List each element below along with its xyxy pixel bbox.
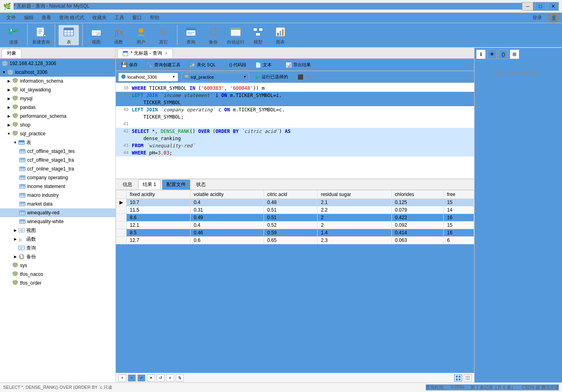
connect-button[interactable]: 连接 [3, 25, 24, 46]
database-selector[interactable]: sql_practice ▼ [181, 73, 249, 81]
sidebar-conn2[interactable]: ▼ localhost_3306 [0, 68, 115, 77]
table-winequality-red[interactable]: winequality-red [0, 208, 115, 217]
sidebar-conn1[interactable]: 192.168.42.128_3306 [0, 59, 115, 68]
db-icon7 [12, 131, 18, 137]
col-header-volatile-acidity[interactable]: volatile acidity [190, 190, 264, 199]
grid-view-button[interactable] [454, 374, 462, 382]
db-iot[interactable]: ▶ iot_skywalking [0, 85, 115, 94]
table-macro-industry[interactable]: macro industry [0, 191, 115, 200]
result-tab-status[interactable]: 状态 [192, 180, 210, 190]
menu-window[interactable]: 窗口 [128, 13, 146, 22]
export-button[interactable]: 📊 导出结果 [283, 61, 314, 69]
menu-help[interactable]: 帮助 [146, 13, 163, 22]
table-button[interactable]: 表 [58, 25, 79, 46]
col-header-citric-acid[interactable]: citric acid [264, 190, 317, 199]
table-ccf-offline2[interactable]: ccf_offline_stage1_tra [0, 156, 115, 164]
db-shop[interactable]: ▶ shop [0, 121, 115, 129]
remove-row-button[interactable]: − [128, 374, 136, 382]
model-button[interactable]: 模型 [248, 25, 268, 46]
info-panel-button[interactable]: ℹ [476, 49, 486, 59]
menu-query-format[interactable]: 查询 格式式 [55, 13, 88, 22]
tab-query[interactable]: * 无标题 - 查询 ✕ [117, 49, 173, 58]
more-button[interactable]: » [467, 62, 472, 68]
group-views[interactable]: ▶ 视图 [0, 226, 115, 235]
query-button[interactable]: 查询 [181, 25, 201, 46]
table-company-operating[interactable]: company operating [0, 173, 115, 182]
add-row-button[interactable]: + [118, 374, 126, 382]
result-tab-info[interactable]: 信息 [118, 180, 137, 190]
text-button[interactable]: 📄 文本 [252, 61, 274, 69]
table-ccf-offline1[interactable]: ccf_offline_stage1_tes [0, 147, 115, 156]
user-button[interactable]: 用户 [131, 25, 151, 46]
col-header-residual-sugar[interactable]: residual sugar [318, 190, 391, 199]
other-button[interactable]: 其它 [153, 25, 174, 46]
db-tfos-order[interactable]: tfos_order [0, 279, 115, 287]
tab-object[interactable]: 对象 [2, 49, 22, 58]
menu-file[interactable]: 文件 [2, 13, 20, 22]
list-view-button[interactable] [464, 374, 472, 382]
col-header-free[interactable]: free [444, 190, 474, 199]
table-row[interactable]: 8.50.460.591.40.41416 [116, 229, 474, 237]
col-header-chlorides[interactable]: chlorides [391, 190, 444, 199]
table-row[interactable]: 12.10.40.5220.09215 [116, 222, 474, 229]
db-sql-practice[interactable]: ▼ sql_practice [0, 129, 115, 138]
db-tfos-nacos[interactable]: tfos_nacos [0, 270, 115, 279]
db-information-schema[interactable]: ▶ information_schema [0, 77, 115, 85]
minimize-button[interactable]: ─ [522, 2, 533, 11]
result-table-container[interactable]: fixed acidity volatile acidity citric ac… [116, 190, 474, 373]
table-market-data[interactable]: market data [0, 200, 115, 208]
group-tables[interactable]: ▼ 表 [0, 138, 115, 147]
table-row[interactable]: 8.60.490.5120.42216 [116, 214, 474, 222]
db-performance[interactable]: ▶ performance_schema [0, 112, 115, 121]
menu-tools[interactable]: 工具 [111, 13, 128, 22]
autorun-button[interactable]: 自动运行 [225, 25, 246, 46]
table-ccf-online[interactable]: ccf_online_stage1_tra [0, 164, 115, 173]
connection-selector[interactable]: localhost_3306 ▼ [118, 73, 178, 81]
stop-button[interactable]: ⬛ 停止 [294, 73, 317, 81]
group-backups[interactable]: ▶ 备份 [0, 252, 115, 261]
col-header-fixed-acidity[interactable]: fixed acidity [127, 190, 191, 199]
sql-editor[interactable]: 38 WHERE TICKER_SYMBOL IN ('600383', '60… [116, 83, 474, 179]
view-button[interactable]: 视图 [86, 25, 107, 46]
more-conn-button[interactable]: » [467, 74, 472, 80]
close-button[interactable]: ✕ [548, 2, 559, 11]
functions-expand: ▶ [13, 237, 18, 242]
run-selected-button[interactable]: ▶ 运行已选择的 [252, 73, 291, 81]
chart-button[interactable]: 图表 [270, 25, 291, 46]
refresh-button[interactable]: ↺ [157, 374, 165, 382]
func-button[interactable]: f(x) 函数 [108, 25, 129, 46]
menu-favorites[interactable]: 收藏夹 [88, 13, 111, 22]
group-queries[interactable]: 查询 [0, 244, 115, 252]
db-mysql[interactable]: ▶ mysql [0, 94, 115, 103]
table-row[interactable]: 12.70.60.652.30.0636 [116, 237, 474, 244]
result-tab-1[interactable]: 结果 1 [138, 180, 161, 190]
table-income-statement[interactable]: income statement [0, 182, 115, 191]
code-panel-button[interactable]: () [498, 49, 508, 59]
confirm-button[interactable]: ✓ [137, 374, 145, 382]
save-button[interactable]: 💾 保存 [118, 61, 141, 69]
backup-button[interactable]: 备份 [203, 25, 224, 46]
result-tab-config[interactable]: 配置文件 [162, 180, 190, 190]
cancel-row-button[interactable]: ✕ [147, 374, 155, 382]
preview-panel-button[interactable]: 👁 [487, 49, 497, 59]
db-sys[interactable]: sys [0, 261, 115, 270]
table-winequality-white[interactable]: winequality-white [0, 217, 115, 226]
menu-view[interactable]: 查看 [38, 13, 55, 22]
login-button[interactable]: 登录 [528, 13, 546, 22]
beautify-button[interactable]: ✨ 美化 SQL [187, 61, 218, 69]
table-row[interactable]: 11.50.310.512.20.07914 [116, 206, 474, 214]
query-tab-close[interactable]: ✕ [165, 51, 168, 55]
table-row[interactable]: ▶10.70.40.482.10.12515 [116, 199, 474, 206]
create-tool-button[interactable]: 🔧 查询创建工具 [144, 61, 183, 69]
sort-button[interactable]: ⇅ [176, 374, 184, 382]
grid-panel-button[interactable]: ⊞ [510, 49, 519, 59]
result-table: fixed acidity volatile acidity citric ac… [116, 190, 474, 244]
new-query-button[interactable]: 新建查询 [31, 25, 52, 46]
group-functions[interactable]: ▶ fx 函数 [0, 235, 115, 244]
menu-edit[interactable]: 编辑 [20, 13, 38, 22]
maximize-button[interactable]: □ [535, 2, 546, 11]
db-pandas[interactable]: ▶ pandas [0, 103, 115, 112]
filter-button[interactable]: ≡ [166, 374, 174, 382]
code-snippet-button[interactable]: () () 代码段 [222, 61, 249, 69]
bottom-toolbar: + − ✓ ✕ ↺ ≡ ⇅ [116, 373, 474, 382]
